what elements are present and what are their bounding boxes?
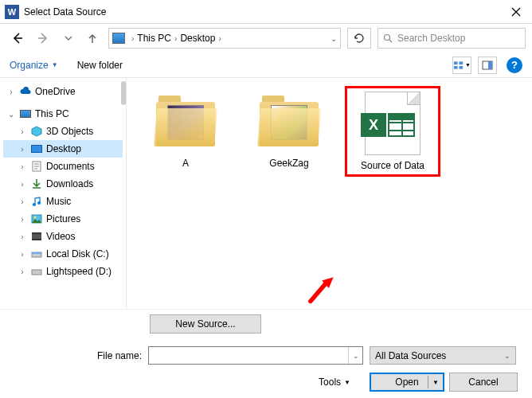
tree-lightspeed-d[interactable]: › Lightspeed (D:)	[3, 263, 123, 280]
chevron-right-icon: ›	[18, 215, 27, 224]
help-button[interactable]: ?	[507, 57, 522, 73]
search-box[interactable]	[377, 28, 526, 49]
nav-tree: › OneDrive ⌄ This PC › 3D Objects › Desk…	[0, 78, 126, 309]
desktop-icon	[30, 143, 43, 154]
svg-rect-17	[32, 270, 41, 275]
file-list[interactable]: A GeekZag X Sou	[126, 78, 532, 309]
address-dropdown-icon[interactable]: ⌄	[331, 34, 337, 43]
crumb-separator-icon: ›	[131, 34, 134, 43]
file-source-of-data[interactable]: X Source of Data	[345, 86, 440, 177]
chevron-down-icon: ▼	[465, 62, 471, 68]
chevron-down-icon: ▼	[52, 61, 58, 68]
search-input[interactable]	[397, 33, 520, 44]
tree-onedrive[interactable]: › OneDrive	[3, 83, 123, 100]
crumb-desktop[interactable]: Desktop	[180, 33, 215, 44]
cloud-icon	[19, 86, 32, 97]
view-icons-icon	[453, 60, 464, 70]
chevron-right-icon: ›	[18, 232, 27, 241]
new-folder-button[interactable]: New folder	[77, 60, 123, 71]
arrow-right-icon	[37, 32, 49, 45]
close-button[interactable]	[500, 0, 532, 24]
address-bar[interactable]: › This PC › Desktop › ⌄	[108, 28, 341, 49]
disk-icon	[30, 248, 43, 259]
crumb-separator-icon: ›	[218, 34, 221, 43]
up-button[interactable]	[83, 29, 102, 48]
open-button[interactable]: Open ▼	[370, 373, 444, 392]
tree-local-disk-c[interactable]: › Local Disk (C:)	[3, 245, 123, 263]
file-label: A	[141, 158, 230, 169]
crumb-separator-icon: ›	[174, 34, 177, 43]
tree-label: Pictures	[46, 213, 80, 224]
chevron-down-icon: ⌄	[6, 110, 16, 119]
title-bar: W Select Data Source	[0, 0, 532, 24]
svg-rect-4	[459, 65, 463, 68]
view-preview-button[interactable]	[478, 57, 497, 74]
tree-label: This PC	[35, 108, 69, 119]
svg-point-0	[385, 35, 390, 41]
disk-icon	[30, 266, 43, 277]
music-icon	[30, 196, 43, 207]
tree-desktop[interactable]: › Desktop	[3, 140, 123, 158]
tree-documents[interactable]: › Documents	[3, 158, 123, 175]
view-large-icons-button[interactable]: ▼	[452, 57, 471, 74]
arrow-left-icon	[11, 32, 24, 45]
filter-select[interactable]: All Data Sources ⌄	[370, 346, 516, 365]
objects-icon	[30, 126, 43, 137]
close-icon	[511, 7, 521, 17]
svg-rect-14	[32, 239, 41, 240]
file-label: GeekZag	[244, 158, 334, 169]
chevron-right-icon: ›	[18, 197, 27, 206]
word-icon: W	[5, 5, 19, 19]
recent-dropdown[interactable]	[57, 29, 80, 48]
file-label: Source of Data	[350, 160, 435, 171]
tree-label: Music	[46, 196, 71, 207]
cancel-button[interactable]: Cancel	[449, 373, 518, 392]
folder-a[interactable]: A	[138, 86, 233, 172]
chevron-down-icon: ⌄	[504, 352, 510, 360]
new-source-button[interactable]: New Source...	[150, 314, 261, 334]
refresh-button[interactable]	[347, 28, 371, 49]
svg-point-11	[34, 217, 37, 219]
filename-input[interactable]	[149, 347, 348, 364]
tree-videos[interactable]: › Videos	[3, 228, 123, 245]
navigation-bar: › This PC › Desktop › ⌄	[0, 24, 532, 53]
folder-icon	[151, 89, 221, 153]
svg-rect-13	[32, 232, 41, 234]
filename-combobox[interactable]: ⌄	[148, 346, 363, 365]
tree-label: Lightspeed (D:)	[46, 266, 111, 277]
filename-label: File name:	[14, 350, 142, 361]
svg-rect-16	[32, 252, 41, 254]
chevron-right-icon: ›	[18, 127, 27, 136]
filename-dropdown-button[interactable]: ⌄	[348, 347, 362, 364]
tree-thispc[interactable]: ⌄ This PC	[3, 105, 123, 123]
forward-button[interactable]	[32, 29, 54, 48]
crumb-thispc[interactable]: This PC	[137, 33, 171, 44]
help-icon: ?	[511, 59, 518, 71]
tree-label: Downloads	[46, 178, 93, 189]
tools-label: Tools	[319, 377, 341, 388]
command-bar: Organize ▼ New folder ▼ ?	[0, 53, 532, 78]
back-button[interactable]	[6, 29, 29, 48]
tree-downloads[interactable]: › Downloads	[3, 175, 123, 193]
excel-file-icon: X	[358, 92, 428, 155]
svg-rect-1	[454, 61, 458, 64]
tree-label: Videos	[46, 231, 75, 242]
folder-geekzag[interactable]: GeekZag	[241, 86, 337, 172]
tree-label: Desktop	[46, 143, 81, 154]
pc-icon	[19, 108, 32, 119]
tree-pictures[interactable]: › Pictures	[3, 210, 123, 228]
organize-button[interactable]: Organize ▼	[10, 60, 58, 71]
tree-music[interactable]: › Music	[3, 193, 123, 210]
svg-rect-2	[459, 61, 463, 64]
chevron-right-icon: ›	[18, 267, 27, 276]
tools-button[interactable]: Tools ▼	[319, 377, 350, 388]
dialog-title: Select Data Source	[24, 6, 500, 18]
downloads-icon	[30, 178, 43, 189]
preview-pane-icon	[482, 60, 493, 70]
tree-3d-objects[interactable]: › 3D Objects	[3, 123, 123, 140]
tree-label: Local Disk (C:)	[46, 248, 109, 259]
chevron-down-icon: ▼	[344, 379, 350, 386]
folder-icon	[254, 89, 324, 153]
svg-rect-6	[488, 61, 492, 69]
chevron-right-icon: ›	[18, 145, 27, 154]
